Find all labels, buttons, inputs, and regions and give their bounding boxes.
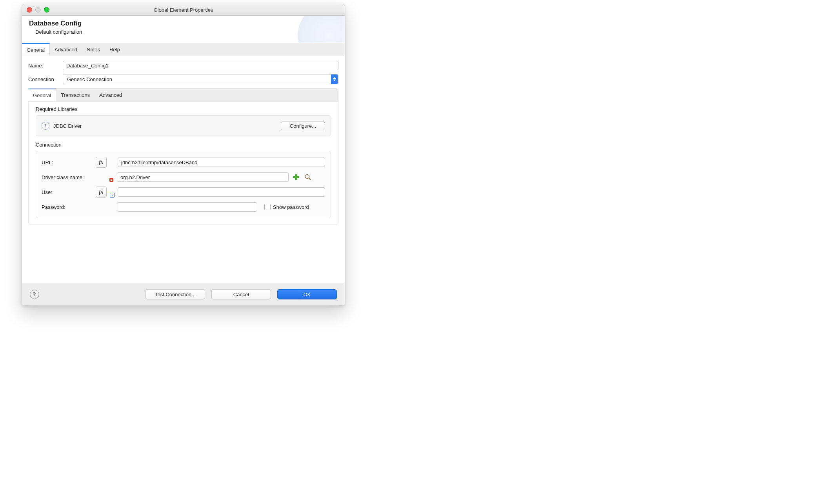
dialog-window: Global Element Properties Database Confi… (22, 4, 345, 306)
url-input[interactable] (118, 158, 325, 167)
inner-tabbar: General Transactions Advanced (29, 89, 338, 102)
row-url: URL: fx (42, 157, 325, 168)
connection-select[interactable]: Generic Connection (63, 74, 338, 84)
add-driver-button[interactable] (292, 173, 300, 181)
url-label: URL: (42, 160, 93, 165)
connection-group: General Transactions Advanced Required L… (28, 88, 338, 225)
driver-class-input[interactable] (117, 172, 289, 182)
row-user: User: fx i (42, 187, 325, 198)
cancel-button[interactable]: Cancel (211, 289, 271, 299)
connection-section-label: Connection (36, 142, 331, 148)
name-input[interactable] (63, 61, 338, 70)
info-indicator-icon: i (110, 193, 115, 198)
row-connection: Connection Generic Connection (28, 74, 338, 84)
checkbox-icon (264, 204, 271, 210)
name-label: Name: (28, 63, 63, 69)
dialog-footer: ? Test Connection... Cancel OK (22, 283, 345, 305)
error-indicator-icon: x (109, 178, 113, 182)
close-window-icon[interactable] (27, 7, 32, 13)
connection-label: Connection (28, 76, 63, 82)
spacer (28, 225, 338, 276)
fx-button-url[interactable]: fx (96, 157, 107, 168)
header-subtitle: Default configuration (35, 29, 338, 35)
magnifier-icon (304, 174, 311, 181)
configure-button[interactable]: Configure... (281, 121, 325, 130)
libraries-panel: ? JDBC Driver Configure... (36, 115, 331, 136)
header-title: Database Config (29, 20, 338, 27)
connection-select-value: Generic Connection (63, 76, 116, 82)
password-label: Password: (42, 204, 93, 210)
tab-notes[interactable]: Notes (82, 43, 105, 56)
svg-line-3 (309, 178, 311, 180)
main-panel: Name: Connection Generic Connection Gene… (22, 56, 345, 283)
tab-advanced[interactable]: Advanced (50, 43, 82, 56)
jdbc-driver-row: ? JDBC Driver Configure... (42, 120, 325, 132)
titlebar: Global Element Properties (22, 4, 345, 16)
test-connection-button[interactable]: Test Connection... (145, 289, 205, 299)
window-controls (27, 7, 49, 13)
svg-rect-1 (293, 176, 299, 178)
jdbc-driver-label: JDBC Driver (53, 123, 82, 129)
driver-class-label: Driver class name: (42, 174, 93, 180)
inner-tab-advanced[interactable]: Advanced (95, 89, 127, 101)
tab-help[interactable]: Help (105, 43, 125, 56)
inner-tab-transactions[interactable]: Transactions (56, 89, 95, 101)
question-icon: ? (42, 122, 49, 130)
row-driver-class: Driver class name: x (42, 172, 325, 182)
tab-general[interactable]: General (22, 43, 50, 56)
zoom-window-icon[interactable] (44, 7, 49, 13)
fx-button-user[interactable]: fx (96, 187, 107, 198)
show-password-label: Show password (273, 204, 309, 210)
select-stepper-icon (331, 74, 338, 84)
dialog-header: Database Config Default configuration (22, 16, 345, 43)
header-decoration (298, 16, 345, 43)
ok-button[interactable]: OK (277, 289, 337, 299)
main-tabbar: General Advanced Notes Help (22, 43, 345, 56)
row-password: Password: Show password (42, 202, 325, 212)
window-title: Global Element Properties (22, 7, 345, 13)
password-input[interactable] (117, 202, 257, 212)
user-input[interactable] (118, 187, 325, 197)
plus-icon (293, 174, 300, 181)
search-driver-button[interactable] (304, 173, 312, 181)
row-name: Name: (28, 61, 338, 70)
libraries-section-label: Required Libraries (36, 106, 331, 112)
user-label: User: (42, 189, 93, 195)
help-button[interactable]: ? (30, 290, 39, 299)
show-password-toggle[interactable]: Show password (264, 204, 309, 210)
inner-tab-general[interactable]: General (28, 89, 56, 101)
connection-panel: URL: fx Driver class name: x (36, 151, 331, 218)
minimize-window-icon (35, 7, 41, 13)
group-body: Required Libraries ? JDBC Driver Configu… (29, 102, 338, 225)
